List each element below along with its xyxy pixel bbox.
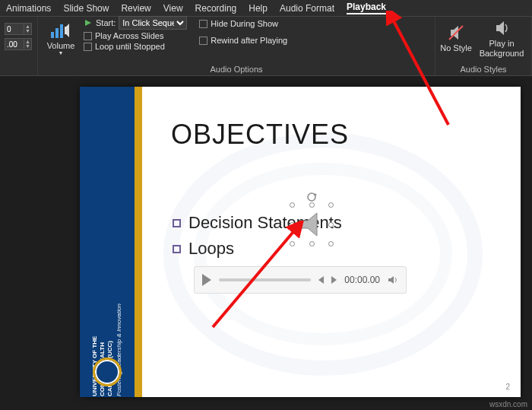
play-button[interactable] bbox=[202, 274, 211, 286]
volume-icon[interactable] bbox=[388, 275, 398, 285]
volume-button[interactable]: Volume ▼ bbox=[43, 16, 79, 62]
bullet-icon bbox=[173, 219, 181, 227]
audio-player-bar: 00:00.00 bbox=[194, 266, 407, 294]
tab-help[interactable]: Help bbox=[249, 3, 268, 14]
resize-handle[interactable] bbox=[309, 202, 315, 208]
checkbox-rewind-after[interactable]: Rewind after Playing bbox=[199, 36, 287, 45]
skip-forward-button[interactable] bbox=[331, 276, 337, 284]
checkbox-play-across[interactable]: Play Across Slides bbox=[84, 31, 187, 40]
image-credit: wsxdn.com bbox=[489, 400, 527, 408]
checkbox-icon bbox=[84, 32, 92, 40]
checkbox-hide-during[interactable]: Hide During Show bbox=[199, 19, 287, 28]
fade-spinner-1[interactable]: 0 ▲▼ bbox=[5, 23, 32, 35]
resize-handle[interactable] bbox=[309, 241, 315, 246]
volume-icon bbox=[51, 22, 71, 39]
skip-back-button[interactable] bbox=[318, 276, 324, 284]
tab-slideshow[interactable]: Slide Show bbox=[63, 3, 109, 14]
resize-handle[interactable] bbox=[328, 222, 334, 227]
no-style-button[interactable]: No Style bbox=[440, 16, 472, 62]
resize-handle[interactable] bbox=[328, 202, 334, 208]
audio-object-selected[interactable] bbox=[293, 205, 331, 243]
checkbox-loop-until[interactable]: Loop until Stopped bbox=[84, 42, 187, 51]
start-dropdown[interactable]: In Click Sequence bbox=[119, 16, 187, 30]
svg-rect-1 bbox=[55, 28, 59, 38]
svg-rect-2 bbox=[60, 24, 63, 38]
ucc-logo bbox=[93, 358, 122, 386]
tab-animations[interactable]: Animations bbox=[6, 3, 51, 14]
slide-canvas[interactable]: UNIVERSITY OF THE COMMONWEALTH CARIBBEAN… bbox=[80, 87, 521, 397]
slide-title: OBJECTIVES bbox=[171, 119, 349, 151]
resize-handle[interactable] bbox=[290, 202, 295, 208]
fade-value-2: .00 bbox=[7, 40, 17, 49]
slide-accent-stripe bbox=[135, 87, 142, 397]
checkbox-icon bbox=[199, 20, 207, 28]
tab-playback[interactable]: Playback bbox=[347, 2, 386, 14]
group-label-audio-styles: Audio Styles bbox=[435, 65, 531, 75]
slide-number: 2 bbox=[505, 383, 510, 391]
fade-value-1: 0 bbox=[7, 25, 11, 33]
group-fade-truncated: 0 ▲▼ .00 ▲▼ bbox=[0, 17, 38, 75]
no-style-icon bbox=[448, 24, 464, 41]
checkbox-icon bbox=[199, 37, 207, 45]
dropdown-caret-icon: ▼ bbox=[59, 50, 64, 56]
spinner-arrows-icon[interactable]: ▲▼ bbox=[24, 24, 31, 33]
rotate-handle-icon[interactable] bbox=[306, 192, 317, 202]
tab-view[interactable]: View bbox=[163, 3, 183, 14]
ribbon: 0 ▲▼ .00 ▲▼ Volume ▼ bbox=[0, 17, 532, 76]
resize-handle[interactable] bbox=[290, 241, 295, 246]
seek-track[interactable] bbox=[219, 278, 311, 281]
volume-label: Volume bbox=[47, 41, 75, 50]
slide-workspace: UNIVERSITY OF THE COMMONWEALTH CARIBBEAN… bbox=[0, 76, 532, 410]
resize-handle[interactable] bbox=[290, 222, 295, 227]
svg-point-5 bbox=[308, 193, 315, 201]
start-icon bbox=[84, 18, 93, 27]
bullet-icon bbox=[173, 245, 181, 253]
speaker-icon bbox=[300, 211, 323, 237]
play-background-icon bbox=[493, 20, 510, 37]
group-audio-options: Volume ▼ Start: In Click Sequence Play A… bbox=[38, 17, 435, 75]
svg-marker-3 bbox=[85, 20, 91, 26]
play-in-background-button[interactable]: Play in Background bbox=[477, 16, 527, 62]
resize-handle[interactable] bbox=[328, 241, 334, 246]
slide-sidebar: UNIVERSITY OF THE COMMONWEALTH CARIBBEAN… bbox=[80, 87, 135, 397]
fade-spinner-2[interactable]: .00 ▲▼ bbox=[5, 38, 32, 50]
svg-rect-0 bbox=[51, 32, 54, 38]
spinner-arrows-icon[interactable]: ▲▼ bbox=[24, 40, 31, 49]
tab-audio-format[interactable]: Audio Format bbox=[280, 3, 334, 14]
group-label-audio-options: Audio Options bbox=[38, 65, 435, 75]
tab-review[interactable]: Review bbox=[121, 3, 150, 14]
tab-recording[interactable]: Recording bbox=[195, 3, 237, 14]
group-audio-styles: No Style Play in Background Audio Styles bbox=[435, 17, 532, 75]
checkbox-icon bbox=[84, 43, 92, 51]
start-label: Start: bbox=[96, 18, 116, 27]
player-time: 00:00.00 bbox=[344, 275, 380, 285]
